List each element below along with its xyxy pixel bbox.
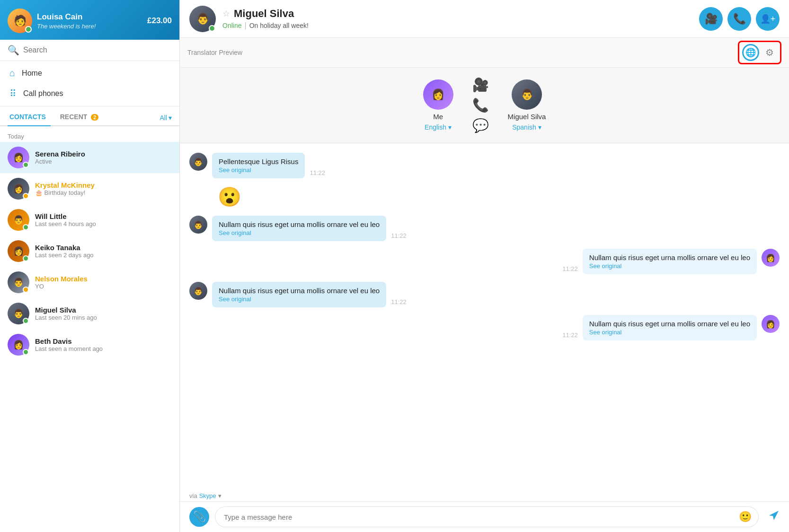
via-skype-link[interactable]: Skype [199, 492, 216, 499]
keiko-avatar-wrap: 👩 [8, 240, 29, 262]
user-balance: £23.00 [147, 16, 172, 26]
translator-contact: 👨 Miguel Silva Spanish ▾ [508, 79, 546, 131]
nelson-avatar-wrap: 👨 [8, 271, 29, 293]
add-contact-icon: 👤+ [760, 14, 776, 24]
user-name: Louisa Cain [37, 12, 96, 22]
msg-text-1: Pellentesque Ligus Risus [219, 157, 298, 166]
serena-status-dot [23, 162, 29, 168]
msg-avatar-3: 👨 [189, 216, 207, 234]
miguel-status: Last seen 20 mins ago [35, 314, 172, 321]
msg-see-original-1[interactable]: See original [219, 166, 298, 174]
translator-contact-lang-select[interactable]: Spanish ▾ [512, 123, 541, 131]
msg-bubble-4: Nullam quis risus eget urna mollis ornar… [583, 249, 757, 274]
sidebar-header: 🧑 Louisa Cain The weekend is here! £23.0… [0, 0, 179, 40]
will-info: Will Little Last seen 4 hours ago [35, 212, 172, 227]
contact-item-miguel[interactable]: 👨 Miguel Silva Last seen 20 mins ago [0, 298, 179, 329]
nav-item-home[interactable]: ⌂ Home [0, 63, 179, 83]
will-avatar-wrap: 👨 [8, 209, 29, 231]
miguel-status-dot [23, 318, 29, 324]
contact-item-serena[interactable]: 👩 Serena Ribeiro Active [0, 142, 179, 173]
translator-me-lang-select[interactable]: English ▾ [425, 123, 452, 131]
nav-call-phones-label: Call phones [23, 89, 63, 98]
tab-all-chevron: ▾ [168, 114, 172, 122]
msg-content-4: Nullam quis risus eget urna mollis ornar… [583, 249, 757, 274]
favorite-star-icon[interactable]: ☆ [222, 9, 230, 19]
msg-bubble-5: Nullam quis risus eget urna mollis ornar… [212, 282, 386, 307]
voice-call-button[interactable]: 📞 [727, 7, 751, 31]
translator-me-lang: English [425, 123, 446, 131]
msg-see-original-5[interactable]: See original [219, 296, 380, 303]
gear-icon: ⚙ [765, 47, 774, 58]
will-status: Last seen 4 hours ago [35, 220, 172, 227]
msg-see-original-3[interactable]: See original [219, 229, 380, 236]
chat-header: 👨 ☆ Miguel Silva Online | On holiday all… [180, 0, 789, 38]
chat-status-text: On holiday all week! [249, 22, 309, 29]
emoji-surprised: 😮 [218, 186, 241, 207]
translator-me-lang-chevron: ▾ [448, 123, 452, 131]
contacts-list: Today 👩 Serena Ribeiro Active 👩 Krystal … [0, 126, 179, 532]
nelson-status: YO [35, 283, 172, 290]
msg-time-3: 11:22 [391, 232, 407, 239]
message-input-field[interactable] [224, 513, 739, 521]
keiko-status-dot [23, 255, 29, 262]
translator-settings-button[interactable]: ⚙ [762, 45, 777, 60]
send-button[interactable] [768, 510, 780, 524]
add-contact-button[interactable]: 👤+ [756, 7, 780, 31]
translator-contact-lang-chevron: ▾ [538, 123, 541, 131]
translator-contact-avatar: 👨 [512, 79, 542, 110]
phone-icon: 📞 [733, 13, 746, 25]
translator-contact-name: Miguel Silva [508, 113, 546, 121]
will-status-dot [23, 224, 29, 230]
msg-content-3: Nullam quis risus eget urna mollis ornar… [212, 216, 386, 241]
miguel-avatar-wrap: 👨 [8, 303, 29, 324]
search-icon: 🔍 [8, 44, 19, 56]
chat-header-info: ☆ Miguel Silva Online | On holiday all w… [222, 8, 692, 30]
translator-phone-icon: 📞 [472, 97, 489, 113]
beth-status: Last seen a moment ago [35, 345, 172, 352]
beth-info: Beth Davis Last seen a moment ago [35, 337, 172, 352]
msg-avatar-6: 👩 [762, 315, 780, 333]
video-call-button[interactable]: 🎥 [699, 7, 723, 31]
tab-all-label: All [160, 114, 167, 122]
msg-text-6: Nullam quis risus eget urna mollis ornar… [589, 320, 750, 328]
emoji-picker-button[interactable]: 🙂 [739, 511, 752, 523]
message-row-5: 👨 Nullam quis risus eget urna mollis orn… [189, 282, 780, 307]
msg-content-1: Pellentesque Ligus Risus See original [212, 153, 305, 178]
nav-home-label: Home [22, 69, 42, 78]
sidebar: 🧑 Louisa Cain The weekend is here! £23.0… [0, 0, 180, 532]
serena-name: Serena Ribeiro [35, 150, 172, 158]
translator-globe-button[interactable]: 🌐 [742, 44, 759, 61]
msg-time-5: 11:22 [391, 298, 407, 305]
msg-see-original-4[interactable]: See original [589, 262, 750, 270]
chat-contact-name: Miguel Silva [234, 8, 294, 20]
krystal-info: Krystal McKinney 🎂 Birthday today! [35, 181, 172, 196]
tab-contacts[interactable]: CONTACTS [8, 110, 51, 125]
serena-avatar-wrap: 👩 [8, 147, 29, 168]
contact-item-krystal[interactable]: 👩 Krystal McKinney 🎂 Birthday today! [0, 173, 179, 204]
search-input[interactable] [23, 46, 172, 54]
translator-preview-panel: 👩 Me English ▾ 🎥 📞 💬 👨 Miguel Silva Span… [180, 68, 789, 143]
msg-time-1: 11:22 [310, 169, 325, 176]
contact-item-nelson[interactable]: 👨 Nelson Morales YO [0, 267, 179, 298]
msg-see-original-6[interactable]: See original [589, 329, 750, 336]
msg-bubble-1: Pellentesque Ligus Risus See original [212, 153, 305, 178]
translator-contact-lang: Spanish [512, 123, 536, 131]
keiko-status: Last seen 2 days ago [35, 252, 172, 259]
tabs-row: CONTACTS RECENT 2 All ▾ [0, 106, 179, 126]
msg-avatar-4: 👩 [762, 249, 780, 267]
nav-item-call-phones[interactable]: ⠿ Call phones [0, 83, 179, 104]
tab-recent[interactable]: RECENT 2 [58, 110, 104, 125]
contact-item-beth[interactable]: 👩 Beth Davis Last seen a moment ago [0, 329, 179, 360]
message-row-4: 👩 Nullam quis risus eget urna mollis orn… [189, 249, 780, 274]
via-dropdown-icon[interactable]: ▾ [218, 492, 222, 499]
attach-icon: 📎 [193, 511, 206, 523]
user-status: The weekend is here! [37, 23, 96, 30]
messages-area: 👨 Pellentesque Ligus Risus See original … [180, 143, 789, 490]
contact-item-will[interactable]: 👨 Will Little Last seen 4 hours ago [0, 204, 179, 235]
attach-button[interactable]: 📎 [189, 507, 209, 527]
krystal-name: Krystal McKinney [35, 181, 172, 189]
search-bar: 🔍 [0, 40, 179, 61]
tab-all-filter[interactable]: All ▾ [160, 114, 172, 122]
chat-contact-online-dot [209, 25, 215, 32]
contact-item-keiko[interactable]: 👩 Keiko Tanaka Last seen 2 days ago [0, 235, 179, 267]
